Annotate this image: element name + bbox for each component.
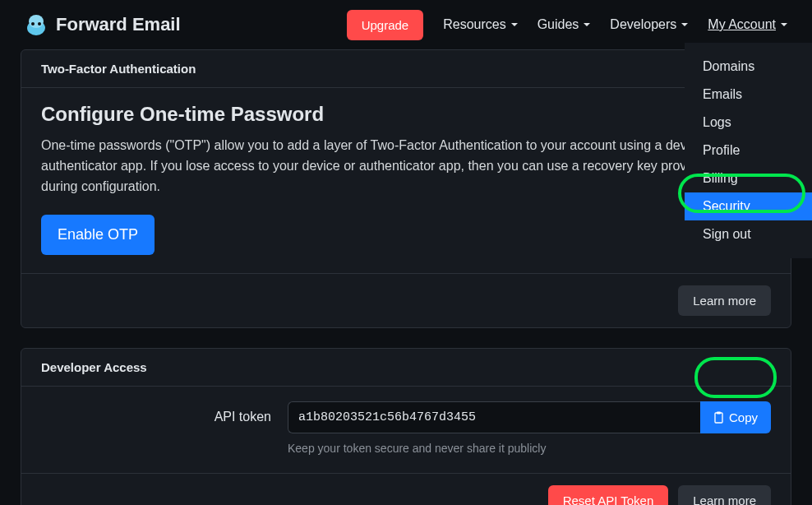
account-dropdown: Domains Emails Logs Profile Billing Secu… [685,43,812,258]
twofa-description: One-time passwords ("OTP") allow you to … [41,136,771,197]
learn-more-button[interactable]: Learn more [678,285,771,316]
twofa-card: Two-Factor Authentication Configure One-… [21,49,791,328]
dropdown-item-logs[interactable]: Logs [685,109,812,137]
developer-card-body: API token Copy [21,387,791,473]
svg-rect-4 [715,413,722,423]
developer-card-header: Developer Access [21,349,791,387]
dropdown-item-signout[interactable]: Sign out [685,220,812,248]
learn-more-button[interactable]: Learn more [678,485,771,505]
nav-items: Upgrade Resources Guides Developers My A… [347,10,787,40]
reset-api-token-button[interactable]: Reset API Token [548,485,669,505]
caret-down-icon [781,23,787,26]
api-token-input-col: Copy Keep your token secure and never sh… [288,401,771,455]
nav-developers[interactable]: Developers [610,17,688,32]
api-token-row: API token Copy [41,401,771,455]
clipboard-icon [713,411,724,424]
caret-down-icon [584,23,590,26]
twofa-card-footer: Learn more [21,273,791,327]
nav-resources[interactable]: Resources [443,17,517,32]
dropdown-item-security[interactable]: Security [685,192,812,220]
nav-developers-label: Developers [610,17,676,32]
svg-point-1 [29,15,44,28]
developer-card-footer: Reset API Token Learn more [21,473,791,505]
dropdown-item-emails[interactable]: Emails [685,81,812,109]
brand-text: Forward Email [56,14,181,35]
api-token-input-group: Copy [288,401,771,433]
nav-guides-label: Guides [537,17,579,32]
developer-card: Developer Access API token [21,348,791,505]
api-token-label: API token [41,401,271,424]
dropdown-item-profile[interactable]: Profile [685,137,812,164]
enable-otp-button[interactable]: Enable OTP [41,215,155,255]
copy-button-label: Copy [729,410,758,424]
caret-down-icon [511,23,518,26]
svg-rect-5 [717,412,721,415]
caret-down-icon [681,23,688,26]
dropdown-item-billing[interactable]: Billing [685,164,812,192]
nav-my-account[interactable]: My Account [708,17,787,32]
svg-point-2 [31,22,35,25]
nav-guides[interactable]: Guides [537,17,591,32]
logo-icon [25,13,48,36]
upgrade-button[interactable]: Upgrade [347,10,424,40]
twofa-title: Configure One-time Password [41,103,771,126]
twofa-card-body: Configure One-time Password One-time pas… [21,88,791,273]
api-token-input[interactable] [288,401,700,433]
twofa-card-header: Two-Factor Authentication [21,50,791,88]
brand[interactable]: Forward Email [25,13,181,36]
navbar: Forward Email Upgrade Resources Guides D… [0,0,812,49]
nav-my-account-label: My Account [708,17,776,32]
dropdown-item-domains[interactable]: Domains [685,53,812,81]
copy-button[interactable]: Copy [700,401,771,433]
api-token-help: Keep your token secure and never share i… [288,442,771,455]
nav-resources-label: Resources [443,17,505,32]
svg-point-3 [38,22,41,25]
